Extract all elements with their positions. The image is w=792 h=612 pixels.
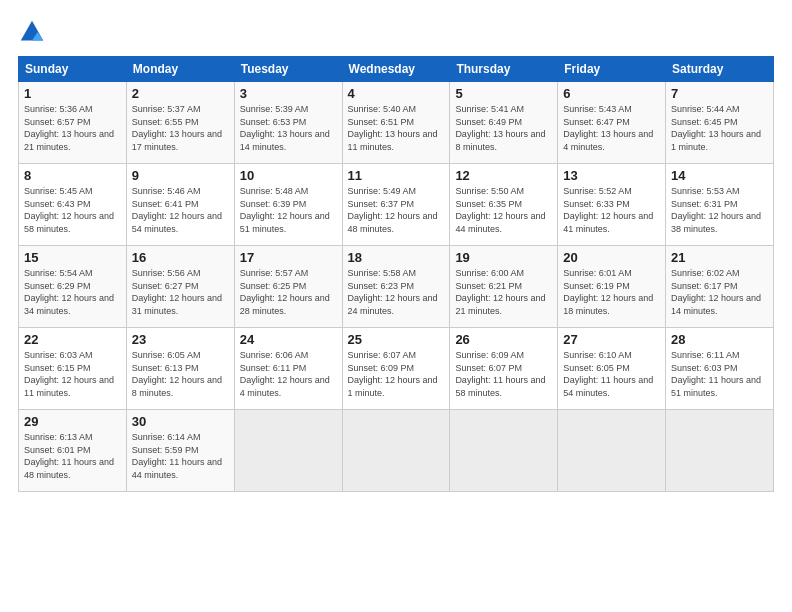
day-cell-17: 17Sunrise: 5:57 AMSunset: 6:25 PMDayligh… — [234, 246, 342, 328]
day-cell-14: 14Sunrise: 5:53 AMSunset: 6:31 PMDayligh… — [666, 164, 774, 246]
day-cell-7: 7Sunrise: 5:44 AMSunset: 6:45 PMDaylight… — [666, 82, 774, 164]
day-info: Sunrise: 5:40 AMSunset: 6:51 PMDaylight:… — [348, 103, 445, 153]
day-number: 26 — [455, 332, 552, 347]
day-cell-26: 26Sunrise: 6:09 AMSunset: 6:07 PMDayligh… — [450, 328, 558, 410]
day-info: Sunrise: 6:07 AMSunset: 6:09 PMDaylight:… — [348, 349, 445, 399]
day-info: Sunrise: 5:43 AMSunset: 6:47 PMDaylight:… — [563, 103, 660, 153]
day-cell-4: 4Sunrise: 5:40 AMSunset: 6:51 PMDaylight… — [342, 82, 450, 164]
day-number: 21 — [671, 250, 768, 265]
calendar-week-5: 29Sunrise: 6:13 AMSunset: 6:01 PMDayligh… — [19, 410, 774, 492]
day-cell-1: 1Sunrise: 5:36 AMSunset: 6:57 PMDaylight… — [19, 82, 127, 164]
day-cell-18: 18Sunrise: 5:58 AMSunset: 6:23 PMDayligh… — [342, 246, 450, 328]
day-info: Sunrise: 6:01 AMSunset: 6:19 PMDaylight:… — [563, 267, 660, 317]
day-info: Sunrise: 5:54 AMSunset: 6:29 PMDaylight:… — [24, 267, 121, 317]
day-info: Sunrise: 5:44 AMSunset: 6:45 PMDaylight:… — [671, 103, 768, 153]
day-info: Sunrise: 5:36 AMSunset: 6:57 PMDaylight:… — [24, 103, 121, 153]
day-cell-16: 16Sunrise: 5:56 AMSunset: 6:27 PMDayligh… — [126, 246, 234, 328]
day-number: 19 — [455, 250, 552, 265]
day-info: Sunrise: 5:45 AMSunset: 6:43 PMDaylight:… — [24, 185, 121, 235]
day-cell-25: 25Sunrise: 6:07 AMSunset: 6:09 PMDayligh… — [342, 328, 450, 410]
day-number: 3 — [240, 86, 337, 101]
day-number: 27 — [563, 332, 660, 347]
day-number: 5 — [455, 86, 552, 101]
day-number: 30 — [132, 414, 229, 429]
weekday-header-saturday: Saturday — [666, 57, 774, 82]
logo-icon — [18, 18, 46, 46]
day-number: 15 — [24, 250, 121, 265]
day-cell-11: 11Sunrise: 5:49 AMSunset: 6:37 PMDayligh… — [342, 164, 450, 246]
day-number: 11 — [348, 168, 445, 183]
day-info: Sunrise: 6:09 AMSunset: 6:07 PMDaylight:… — [455, 349, 552, 399]
calendar-week-1: 1Sunrise: 5:36 AMSunset: 6:57 PMDaylight… — [19, 82, 774, 164]
day-info: Sunrise: 5:49 AMSunset: 6:37 PMDaylight:… — [348, 185, 445, 235]
day-cell-12: 12Sunrise: 5:50 AMSunset: 6:35 PMDayligh… — [450, 164, 558, 246]
empty-cell — [558, 410, 666, 492]
day-number: 20 — [563, 250, 660, 265]
weekday-header-wednesday: Wednesday — [342, 57, 450, 82]
empty-cell — [666, 410, 774, 492]
day-number: 8 — [24, 168, 121, 183]
day-info: Sunrise: 6:11 AMSunset: 6:03 PMDaylight:… — [671, 349, 768, 399]
day-number: 13 — [563, 168, 660, 183]
day-cell-5: 5Sunrise: 5:41 AMSunset: 6:49 PMDaylight… — [450, 82, 558, 164]
day-cell-6: 6Sunrise: 5:43 AMSunset: 6:47 PMDaylight… — [558, 82, 666, 164]
day-cell-9: 9Sunrise: 5:46 AMSunset: 6:41 PMDaylight… — [126, 164, 234, 246]
day-number: 28 — [671, 332, 768, 347]
day-number: 2 — [132, 86, 229, 101]
day-info: Sunrise: 5:57 AMSunset: 6:25 PMDaylight:… — [240, 267, 337, 317]
day-number: 22 — [24, 332, 121, 347]
day-info: Sunrise: 6:06 AMSunset: 6:11 PMDaylight:… — [240, 349, 337, 399]
weekday-header-monday: Monday — [126, 57, 234, 82]
day-number: 6 — [563, 86, 660, 101]
day-number: 23 — [132, 332, 229, 347]
day-cell-29: 29Sunrise: 6:13 AMSunset: 6:01 PMDayligh… — [19, 410, 127, 492]
weekday-header-sunday: Sunday — [19, 57, 127, 82]
day-info: Sunrise: 6:00 AMSunset: 6:21 PMDaylight:… — [455, 267, 552, 317]
day-cell-27: 27Sunrise: 6:10 AMSunset: 6:05 PMDayligh… — [558, 328, 666, 410]
day-info: Sunrise: 5:52 AMSunset: 6:33 PMDaylight:… — [563, 185, 660, 235]
day-number: 10 — [240, 168, 337, 183]
day-info: Sunrise: 6:03 AMSunset: 6:15 PMDaylight:… — [24, 349, 121, 399]
day-cell-10: 10Sunrise: 5:48 AMSunset: 6:39 PMDayligh… — [234, 164, 342, 246]
day-info: Sunrise: 5:50 AMSunset: 6:35 PMDaylight:… — [455, 185, 552, 235]
calendar-week-4: 22Sunrise: 6:03 AMSunset: 6:15 PMDayligh… — [19, 328, 774, 410]
day-cell-3: 3Sunrise: 5:39 AMSunset: 6:53 PMDaylight… — [234, 82, 342, 164]
day-number: 7 — [671, 86, 768, 101]
day-number: 14 — [671, 168, 768, 183]
day-info: Sunrise: 5:37 AMSunset: 6:55 PMDaylight:… — [132, 103, 229, 153]
day-cell-15: 15Sunrise: 5:54 AMSunset: 6:29 PMDayligh… — [19, 246, 127, 328]
day-number: 24 — [240, 332, 337, 347]
day-info: Sunrise: 6:05 AMSunset: 6:13 PMDaylight:… — [132, 349, 229, 399]
day-cell-21: 21Sunrise: 6:02 AMSunset: 6:17 PMDayligh… — [666, 246, 774, 328]
day-cell-30: 30Sunrise: 6:14 AMSunset: 5:59 PMDayligh… — [126, 410, 234, 492]
day-cell-2: 2Sunrise: 5:37 AMSunset: 6:55 PMDaylight… — [126, 82, 234, 164]
weekday-header-thursday: Thursday — [450, 57, 558, 82]
header — [18, 18, 774, 46]
day-info: Sunrise: 6:02 AMSunset: 6:17 PMDaylight:… — [671, 267, 768, 317]
day-info: Sunrise: 5:46 AMSunset: 6:41 PMDaylight:… — [132, 185, 229, 235]
day-info: Sunrise: 5:41 AMSunset: 6:49 PMDaylight:… — [455, 103, 552, 153]
day-cell-8: 8Sunrise: 5:45 AMSunset: 6:43 PMDaylight… — [19, 164, 127, 246]
day-cell-13: 13Sunrise: 5:52 AMSunset: 6:33 PMDayligh… — [558, 164, 666, 246]
empty-cell — [450, 410, 558, 492]
day-number: 16 — [132, 250, 229, 265]
calendar-week-2: 8Sunrise: 5:45 AMSunset: 6:43 PMDaylight… — [19, 164, 774, 246]
day-number: 9 — [132, 168, 229, 183]
day-info: Sunrise: 5:53 AMSunset: 6:31 PMDaylight:… — [671, 185, 768, 235]
day-number: 29 — [24, 414, 121, 429]
weekday-header-tuesday: Tuesday — [234, 57, 342, 82]
weekday-header-row: SundayMondayTuesdayWednesdayThursdayFrid… — [19, 57, 774, 82]
day-cell-20: 20Sunrise: 6:01 AMSunset: 6:19 PMDayligh… — [558, 246, 666, 328]
empty-cell — [234, 410, 342, 492]
day-cell-23: 23Sunrise: 6:05 AMSunset: 6:13 PMDayligh… — [126, 328, 234, 410]
logo — [18, 18, 50, 46]
calendar-table: SundayMondayTuesdayWednesdayThursdayFrid… — [18, 56, 774, 492]
day-cell-19: 19Sunrise: 6:00 AMSunset: 6:21 PMDayligh… — [450, 246, 558, 328]
day-cell-28: 28Sunrise: 6:11 AMSunset: 6:03 PMDayligh… — [666, 328, 774, 410]
weekday-header-friday: Friday — [558, 57, 666, 82]
calendar-week-3: 15Sunrise: 5:54 AMSunset: 6:29 PMDayligh… — [19, 246, 774, 328]
day-info: Sunrise: 5:56 AMSunset: 6:27 PMDaylight:… — [132, 267, 229, 317]
day-number: 12 — [455, 168, 552, 183]
day-info: Sunrise: 5:39 AMSunset: 6:53 PMDaylight:… — [240, 103, 337, 153]
day-info: Sunrise: 6:10 AMSunset: 6:05 PMDaylight:… — [563, 349, 660, 399]
